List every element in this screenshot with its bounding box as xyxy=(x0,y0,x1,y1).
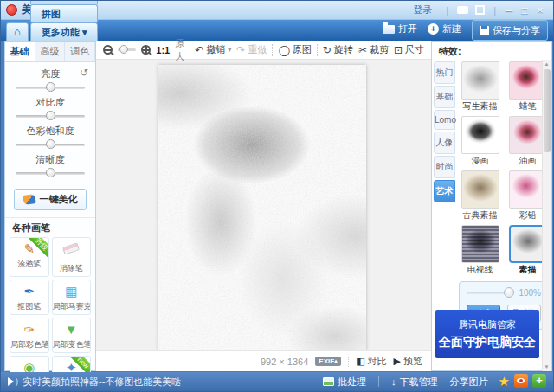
effect-thumbnail[interactable] xyxy=(461,116,499,154)
effects-tab-时尚[interactable]: 时尚 xyxy=(434,156,455,178)
reset-icon[interactable]: ↺ xyxy=(80,67,88,79)
add-share-icon[interactable]: + xyxy=(532,374,546,388)
adjust-tab-高级[interactable]: 高级 xyxy=(35,42,66,61)
effect-thumbnail[interactable] xyxy=(509,116,547,154)
effects-tab-人像[interactable]: 人像 xyxy=(434,132,455,154)
effect-电视线[interactable]: 电视线 xyxy=(458,225,502,278)
compare-button[interactable]: ◧ 对比 xyxy=(356,355,386,368)
tab-home[interactable]: ⌂ xyxy=(6,22,29,41)
compare-icon: ◧ xyxy=(356,356,364,367)
adjust-panel-tabs: 基础高级调色 xyxy=(5,42,95,62)
resize-button[interactable]: ⊡ 尺寸 xyxy=(394,43,424,56)
plus-circle-icon: + xyxy=(428,23,439,35)
exif-badge[interactable]: EXIF▴ xyxy=(315,357,341,366)
original-button[interactable]: ◯ 原图 xyxy=(278,43,311,56)
brush-局部变色笔[interactable]: ▼局部变色笔 xyxy=(52,318,92,353)
effect-thumbnail[interactable] xyxy=(509,61,547,100)
speaker-icon xyxy=(8,377,14,386)
effects-tab-基础[interactable]: 基础 xyxy=(434,86,455,108)
effect-漫画[interactable]: 漫画 xyxy=(458,116,502,169)
slider-色彩饱和度: 色彩饱和度 xyxy=(14,125,87,146)
preview-button[interactable]: ▶ 预览 xyxy=(394,355,422,368)
effect-thumbnail[interactable] xyxy=(461,225,499,263)
slider-track[interactable] xyxy=(16,87,85,89)
original-icon: ◯ xyxy=(278,44,289,56)
brush-局部彩色笔[interactable]: ✑局部彩色笔 xyxy=(10,318,49,353)
effect-写生素描[interactable]: 写生素描 xyxy=(458,61,502,114)
ad-banner[interactable]: 腾讯电脑管家 全面守护电脑安全 xyxy=(435,310,539,358)
redo-icon: ↷ xyxy=(236,44,245,56)
canvas-viewport[interactable] xyxy=(96,60,431,356)
minimize-button[interactable]: ─ xyxy=(501,4,517,16)
scroll-up-icon[interactable]: ▲ xyxy=(543,60,551,68)
scrollbar-thumb[interactable] xyxy=(544,69,551,152)
preview-icon: ▶ xyxy=(394,356,401,367)
zoom-in-icon[interactable] xyxy=(141,45,151,55)
slider-亮度: 亮度 xyxy=(14,67,87,89)
slider-thumb[interactable] xyxy=(46,168,55,177)
effect-opacity-thumb[interactable] xyxy=(504,287,514,298)
effects-tab-Lomo[interactable]: Lomo xyxy=(434,110,455,130)
news-ticker[interactable]: 实时美颜拍照神器--不修图也能美美哒 xyxy=(23,376,181,389)
brush-涂鸦笔[interactable]: ✎涂鸦笔升级 xyxy=(10,237,49,277)
login-link[interactable]: 登录 xyxy=(413,3,432,16)
effect-thumbnail[interactable] xyxy=(461,61,499,100)
brush-抠图笔[interactable]: ✒抠图笔 xyxy=(10,280,49,315)
tab-更多功能 ▾[interactable]: 更多功能 ▾ xyxy=(30,22,99,41)
download-manager-button[interactable]: ↓ 下载管理 xyxy=(391,376,438,389)
zoom-ratio[interactable]: 1:1 xyxy=(156,45,170,55)
effect-thumbnail[interactable] xyxy=(509,170,547,209)
recolor-pen-icon: ▼ xyxy=(61,321,81,338)
zoom-slider[interactable] xyxy=(118,48,136,51)
slider-thumb[interactable] xyxy=(46,82,55,92)
effects-tab-热门[interactable]: 热门 xyxy=(434,61,455,84)
slider-对比度: 对比度 xyxy=(14,96,87,118)
save-share-button[interactable]: 保存与分享 xyxy=(472,20,548,41)
maximize-button[interactable]: □ xyxy=(517,4,532,16)
batch-process-button[interactable]: 批处理 xyxy=(323,376,366,389)
zoom-out-icon[interactable] xyxy=(103,45,113,55)
open-button[interactable]: 打开 xyxy=(383,20,417,41)
effect-opacity-slider[interactable] xyxy=(467,292,514,294)
brush-局部马赛克[interactable]: ▦局部马赛克 xyxy=(52,280,92,315)
effect-古典素描[interactable]: 古典素描 xyxy=(458,170,502,223)
zoom-fit[interactable]: 原大 xyxy=(175,37,184,63)
scroll-down-icon[interactable]: ▼ xyxy=(543,363,551,371)
adjust-tab-基础[interactable]: 基础 xyxy=(5,42,35,61)
effect-thumbnail[interactable] xyxy=(461,170,499,209)
app-logo-icon xyxy=(6,4,17,16)
effects-header: 特效: xyxy=(432,42,551,60)
crop-button[interactable]: ✂ 裁剪 xyxy=(358,43,389,56)
folder-icon xyxy=(383,25,395,34)
tab-拼图[interactable]: 拼图 xyxy=(30,4,99,22)
status-bar: ) 实时美颜拍照神器--不修图也能美美哒 批处理 ↓ 下载管理 分享图片 ★ + xyxy=(1,372,553,391)
weibo-icon[interactable] xyxy=(514,374,528,388)
effects-scrollbar[interactable]: ▲ ▼ xyxy=(542,60,551,371)
skin-icon[interactable] xyxy=(475,5,485,15)
qzone-star-icon[interactable]: ★ xyxy=(499,374,510,389)
adjust-panel: 基础高级调色 ↺ 亮度对比度色彩饱和度清晰度 一键美化 各种画笔 ✎涂鸦笔升级消… xyxy=(4,41,96,371)
undo-button[interactable]: ↶ 撤销 ▾ xyxy=(195,43,231,56)
slider-清晰度: 清晰度 xyxy=(14,153,87,175)
close-button[interactable]: × xyxy=(532,4,548,16)
redo-button[interactable]: ↷ 重做 xyxy=(236,43,267,56)
one-key-beautify-button[interactable]: 一键美化 xyxy=(14,189,87,210)
slider-thumb[interactable] xyxy=(46,139,55,149)
slider-thumb[interactable] xyxy=(46,111,55,120)
effects-tab-艺术[interactable]: 艺术 xyxy=(434,180,455,202)
feedback-icon[interactable] xyxy=(457,6,468,14)
undo-caret-icon[interactable]: ▾ xyxy=(228,46,231,54)
rotate-icon: ↻ xyxy=(323,44,332,56)
adjust-tab-调色[interactable]: 调色 xyxy=(65,42,95,61)
eraser-pen-icon xyxy=(61,245,81,262)
rotate-button[interactable]: ↻ 旋转 xyxy=(323,43,353,56)
slider-track[interactable] xyxy=(16,172,85,175)
slider-track[interactable] xyxy=(16,144,85,146)
canvas-info-bar: 992 × 1364 EXIF▴ ◧ 对比 ▶ 预览 xyxy=(96,350,431,371)
zoom-slider-thumb[interactable] xyxy=(119,45,128,54)
new-button[interactable]: + 新建 xyxy=(428,20,461,41)
share-image-button[interactable]: 分享图片 xyxy=(450,376,488,389)
slider-track[interactable] xyxy=(16,115,85,118)
effect-thumbnail[interactable] xyxy=(509,225,547,263)
brush-消除笔[interactable]: 消除笔 xyxy=(52,237,92,277)
